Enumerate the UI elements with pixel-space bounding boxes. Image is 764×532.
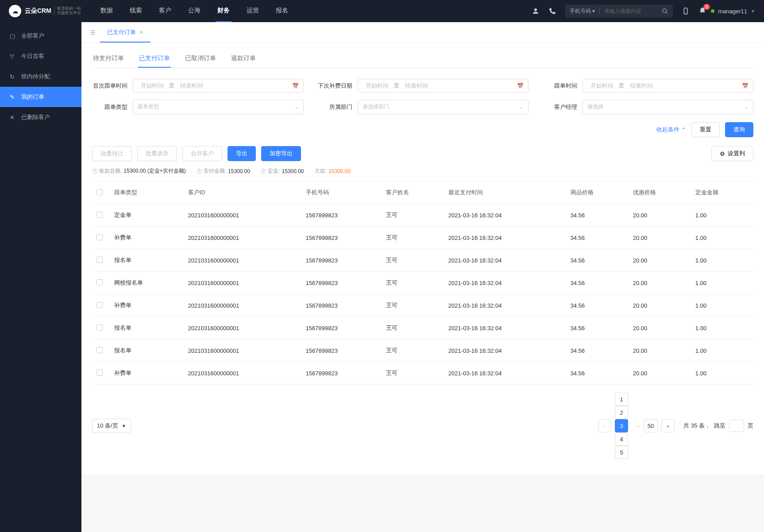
- row-checkbox[interactable]: [96, 302, 103, 308]
- mobile-icon[interactable]: [682, 7, 690, 15]
- batch-abandon-button[interactable]: 批量放弃: [137, 146, 177, 161]
- page-tabs: ☰ 已支付订单 ✕: [81, 22, 764, 43]
- filter-label-first-follow: 首次跟单时间: [92, 82, 127, 90]
- row-checkbox[interactable]: [96, 234, 103, 240]
- table-header: 定金金额: [691, 181, 753, 204]
- row-checkbox[interactable]: [96, 370, 103, 376]
- cell-deposit: 1.00: [691, 204, 753, 227]
- page-number-button[interactable]: 5: [615, 446, 628, 459]
- batch-transfer-button[interactable]: 批量转让: [92, 146, 132, 161]
- row-checkbox[interactable]: [96, 257, 103, 263]
- page-number-button[interactable]: 4: [615, 432, 628, 446]
- table-row[interactable]: 定金单20210316000000011567899823王可2021-03-1…: [92, 204, 753, 227]
- start-date-input[interactable]: [138, 82, 166, 89]
- department-select[interactable]: 请选择部门⌄: [358, 100, 529, 114]
- row-checkbox[interactable]: [96, 279, 103, 285]
- table-row[interactable]: 报名单20210316000000011567899823王可2021-03-1…: [92, 249, 753, 272]
- user-icon[interactable]: [532, 7, 540, 15]
- table-row[interactable]: 补费单20210316000000011567899823王可2021-03-1…: [92, 227, 753, 249]
- top-nav-item[interactable]: 数据: [99, 0, 115, 22]
- cell-id: 2021031600000001: [184, 294, 301, 317]
- first-follow-date-range[interactable]: 至 📅: [133, 79, 304, 93]
- reset-button[interactable]: 重置: [691, 122, 720, 137]
- encrypt-export-button[interactable]: 加密导出: [261, 146, 301, 161]
- help-icon[interactable]: ?: [197, 169, 202, 174]
- sidebar-item-icon: ✕: [10, 114, 16, 120]
- merge-customer-button[interactable]: 合并客户: [182, 146, 222, 161]
- page-number-button[interactable]: 3: [615, 419, 628, 432]
- end-date-input[interactable]: [627, 82, 656, 89]
- sidebar-item[interactable]: ↻组内待分配: [0, 66, 81, 87]
- sub-tab[interactable]: 退款订单: [230, 50, 257, 68]
- cell-type: 报名单: [110, 249, 184, 272]
- row-checkbox[interactable]: [96, 347, 103, 353]
- help-icon[interactable]: ?: [261, 169, 266, 174]
- end-date-input[interactable]: [177, 82, 206, 89]
- table-row[interactable]: 报名单20210316000000011567899823王可2021-03-1…: [92, 339, 753, 362]
- top-nav-item[interactable]: 线索: [128, 0, 144, 22]
- close-icon[interactable]: ✕: [139, 30, 143, 35]
- search-input[interactable]: [600, 6, 662, 16]
- calendar-icon: 📅: [517, 83, 524, 89]
- cell-type: 补费单: [110, 362, 184, 385]
- next-page-button[interactable]: ›: [661, 419, 675, 432]
- sub-tab[interactable]: 已支付订单: [138, 50, 171, 68]
- cell-deposit: 1.00: [691, 294, 753, 317]
- sidebar-item[interactable]: ▽今日首客: [0, 46, 81, 66]
- user-menu[interactable]: manager11 ▼: [711, 8, 755, 15]
- sub-tab[interactable]: 待支付订单: [92, 50, 125, 68]
- export-button[interactable]: 导出: [228, 146, 256, 161]
- top-nav-item[interactable]: 财务: [216, 0, 232, 22]
- svg-point-0: [534, 8, 537, 11]
- row-checkbox[interactable]: [96, 212, 103, 218]
- select-all-checkbox[interactable]: [96, 189, 103, 195]
- table-row[interactable]: 补费单20210316000000011567899823王可2021-03-1…: [92, 294, 753, 317]
- top-nav-item[interactable]: 报名: [274, 0, 290, 22]
- start-date-input[interactable]: [587, 82, 616, 89]
- notification-count: 5: [703, 4, 710, 10]
- cell-type: 报名单: [110, 317, 184, 339]
- page-tab-paid-orders[interactable]: 已支付订单 ✕: [100, 22, 150, 42]
- sidebar-item[interactable]: ▢全部客户: [0, 26, 81, 46]
- last-page-button[interactable]: 50: [644, 419, 658, 432]
- start-date-input[interactable]: [363, 82, 391, 89]
- table-row[interactable]: 网校报名单20210316000000011567899823王可2021-03…: [92, 272, 753, 294]
- next-fee-date-range[interactable]: 至 📅: [358, 79, 529, 93]
- help-icon[interactable]: ?: [92, 169, 97, 174]
- page-size-select[interactable]: 10 条/页▼: [92, 419, 131, 433]
- cell-time: 2021-03-16 16:32:04: [444, 227, 566, 249]
- table-row[interactable]: 补费单20210316000000011567899823王可2021-03-1…: [92, 362, 753, 385]
- sidebar-item[interactable]: ✕已删除客户: [0, 107, 81, 127]
- pagination-ellipsis: ···: [635, 423, 640, 429]
- top-nav-item[interactable]: 公海: [186, 0, 202, 22]
- logo[interactable]: ☁ 云朵CRM 教育机构一站 式服务云平台: [9, 5, 81, 17]
- follow-type-select[interactable]: 跟单类型⌄: [133, 100, 304, 114]
- search-button[interactable]: 查询: [725, 122, 753, 137]
- pagination: 10 条/页▼ ‹ 12345 ··· 50 › 共 35 条， 跳至 页: [92, 385, 753, 467]
- sidebar-item[interactable]: ✎我的订单: [0, 87, 81, 107]
- manager-select[interactable]: 请选择⌄: [583, 100, 753, 114]
- page-number-button[interactable]: 1: [615, 393, 628, 406]
- notification-bell[interactable]: 5: [698, 7, 706, 16]
- page-suffix: 页: [748, 422, 753, 430]
- search-type-select[interactable]: 手机号码 ▾: [570, 8, 600, 15]
- table-row[interactable]: 报名单20210316000000011567899823王可2021-03-1…: [92, 317, 753, 339]
- jump-page-input[interactable]: [729, 420, 744, 432]
- cell-price: 34.56: [566, 227, 629, 249]
- phone-icon[interactable]: [548, 7, 556, 15]
- status-dot-online: [711, 9, 714, 13]
- collapse-filter-link[interactable]: 收起条件 ⌃: [656, 126, 686, 134]
- prev-page-button[interactable]: ‹: [598, 419, 611, 432]
- collapse-sidebar-icon[interactable]: ☰: [86, 25, 100, 40]
- cell-price: 34.56: [566, 204, 629, 227]
- search-icon[interactable]: [662, 8, 668, 15]
- follow-time-date-range[interactable]: 至 📅: [583, 79, 753, 93]
- top-nav-item[interactable]: 运营: [245, 0, 261, 22]
- sub-tab[interactable]: 已取消订单: [184, 50, 217, 68]
- row-checkbox[interactable]: [96, 324, 103, 331]
- set-columns-button[interactable]: ⚙ 设置列: [711, 146, 753, 161]
- page-number-button[interactable]: 2: [615, 406, 628, 419]
- cell-time: 2021-03-16 16:32:04: [444, 294, 566, 317]
- end-date-input[interactable]: [402, 82, 431, 89]
- top-nav-item[interactable]: 客户: [157, 0, 173, 22]
